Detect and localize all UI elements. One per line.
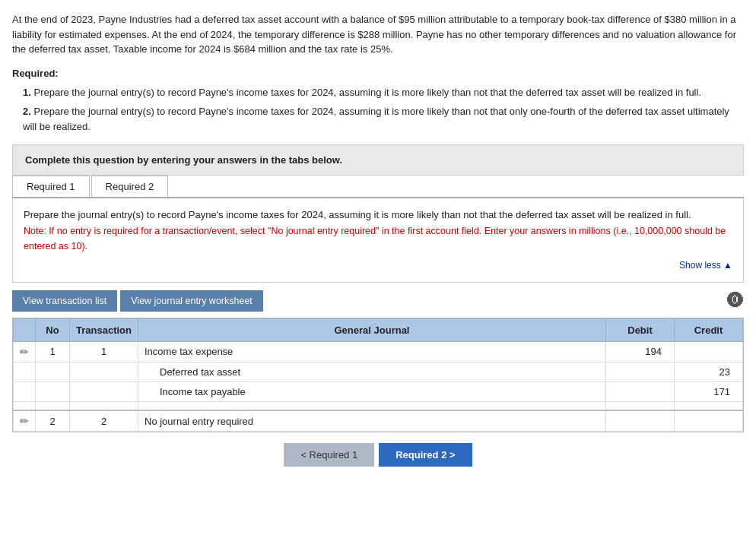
view-journal-entry-worksheet-button[interactable]: View journal entry worksheet [120,290,263,312]
general-journal-cell: Income tax payable [138,381,606,401]
tab-required-1[interactable]: Required 1 [12,176,90,197]
transaction-cell: 2 [70,410,138,432]
edit-icon[interactable]: ✏ [20,346,29,358]
transaction-col-header: Transaction [70,318,138,341]
tab-content-box: Prepare the journal entry(s) to record P… [12,198,744,283]
item-1-text: Prepare the journal entry(s) to record P… [33,87,701,98]
required-heading: Required: [12,68,744,79]
table-row: ✏ 2 2 No journal entry required [14,410,743,432]
table-row: Income tax payable 171 [14,381,743,401]
debit-cell [606,381,675,401]
intro-paragraph: At the end of 2023, Payne Industries had… [12,12,744,57]
debit-cell [606,410,675,432]
required-list: 1. Prepare the journal entry(s) to recor… [12,85,744,135]
no-cell: 1 [36,341,70,362]
prev-required-button[interactable]: < Required 1 [284,443,374,467]
view-transaction-list-button[interactable]: View transaction list [12,290,117,312]
credit-cell [675,410,743,432]
complete-box: Complete this question by entering your … [12,144,744,176]
required-item-1: 1. Prepare the journal entry(s) to recor… [20,85,744,100]
edit-cell [14,362,36,381]
spacer-cell [138,401,606,410]
journal-entry-table: No Transaction General Journal Debit Cre… [13,318,743,432]
close-button[interactable]: ⓿ [727,293,744,309]
no-cell [36,381,70,401]
tab-required-2[interactable]: Required 2 [91,176,169,197]
edit-col-header [14,318,36,341]
table-body: ✏ 1 1 Income tax expense 194 Deferred ta… [14,341,743,432]
table-row: Deferred tax asset 23 [14,362,743,381]
edit-cell: ✏ [14,341,36,362]
debit-col-header: Debit [606,318,675,341]
table-row: ✏ 1 1 Income tax expense 194 [14,341,743,362]
credit-col-header: Credit [675,318,743,341]
item-1-num: 1. [23,87,31,98]
spacer-cell [675,401,743,410]
general-journal-cell: No journal entry required [138,410,606,432]
transaction-cell [70,381,138,401]
general-journal-cell: Income tax expense [138,341,606,362]
show-less-link[interactable]: Show less ▲ [24,258,732,273]
tabs-row: Required 1 Required 2 [12,176,744,198]
table-header-row: No Transaction General Journal Debit Cre… [14,318,743,341]
next-required-button[interactable]: Required 2 > [379,443,472,467]
spacer-cell [36,401,70,410]
transaction-cell [70,362,138,381]
edit-cell: ✏ [14,410,36,432]
no-cell [36,362,70,381]
credit-cell: 171 [675,381,743,401]
journal-entry-table-wrapper: No Transaction General Journal Debit Cre… [12,318,744,433]
required-item-2: 2. Prepare the journal entry(s) to recor… [20,104,744,134]
general-journal-col-header: General Journal [138,318,606,341]
no-cell: 2 [36,410,70,432]
edit-cell [14,381,36,401]
debit-cell [606,362,675,381]
action-buttons-row: View transaction list View journal entry… [12,290,744,312]
no-col-header: No [36,318,70,341]
spacer-cell [14,401,36,410]
bottom-nav: < Required 1 Required 2 > [12,443,744,467]
edit-icon[interactable]: ✏ [20,415,29,427]
tab-note-text: Note: If no entry is required for a tran… [24,223,732,254]
credit-cell: 23 [675,362,743,381]
debit-cell: 194 [606,341,675,362]
spacer-cell [606,401,675,410]
transaction-cell: 1 [70,341,138,362]
item-2-text: Prepare the journal entry(s) to record P… [23,106,729,132]
table-spacer-row [14,401,743,410]
credit-cell [675,341,743,362]
item-2-num: 2. [23,106,31,117]
complete-box-text: Complete this question by entering your … [25,154,342,166]
spacer-cell [70,401,138,410]
general-journal-cell: Deferred tax asset [138,362,606,381]
tab-main-text: Prepare the journal entry(s) to record P… [24,207,732,223]
